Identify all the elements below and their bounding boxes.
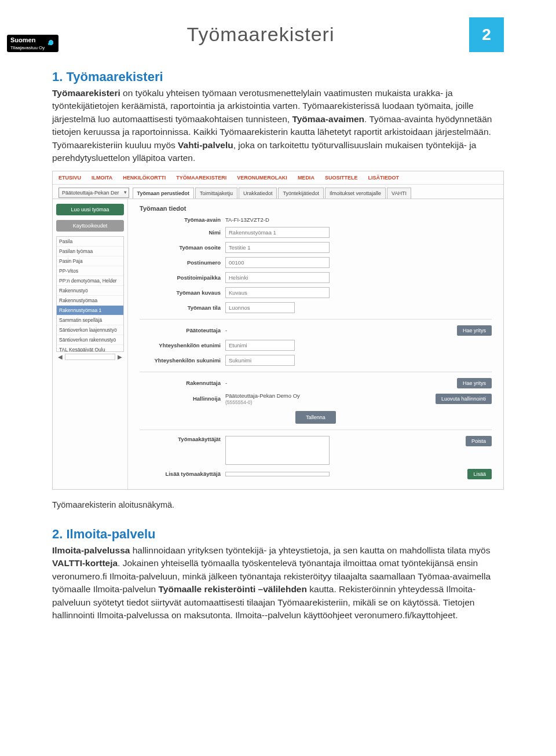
desc-label: Työmaan kuvaus (140, 289, 221, 296)
list-item[interactable]: Säntioverkon laajennustyö (57, 325, 123, 335)
postal-input[interactable]: 00100 (225, 257, 330, 268)
name-input[interactable]: Rakennustyömaa 1 (225, 227, 330, 238)
tab-item[interactable]: Urakkatiedot (239, 188, 277, 199)
list-item[interactable]: Sammatin sepelläjä (57, 315, 123, 325)
tab-item[interactable]: Työntekijätiedot (278, 188, 324, 199)
address-label: Työmaan osoite (140, 244, 221, 251)
company-dropdown[interactable]: Päätoteuttaja-Pekan Der (58, 188, 129, 198)
form-title: Työmaan tiedot (140, 205, 492, 212)
admin-ytunnus: (5555554-0) (225, 399, 252, 405)
list-item[interactable]: Rakennustyömaa (57, 296, 123, 306)
section-2-heading: 2. Ilmoita-palvelu (52, 527, 504, 542)
city-label: Postitoimipaikka (140, 274, 221, 281)
nav-item[interactable]: HENKILÖKORTTI (123, 175, 166, 181)
list-item[interactable]: Pasin Paja (57, 256, 123, 266)
nav-item[interactable]: ILMOITA (92, 175, 112, 181)
site-users-label: Työmaakäyttäjät (140, 436, 221, 442)
create-site-button[interactable]: Luo uusi työmaa (56, 204, 124, 215)
list-item[interactable]: PP:n demotyömaa, Helder (57, 276, 123, 286)
list-item[interactable]: Pasilan työmaa (57, 247, 123, 256)
name-label: Nimi (140, 229, 221, 236)
main-contractor-label: Päätoteuttaja (140, 327, 221, 333)
tab-item[interactable]: Toimittajaketju (195, 188, 237, 199)
tab-item[interactable]: Työmaan perustiedot (133, 188, 194, 199)
site-list: PasilaPasilan työmaaPasin PajaPP-VitosPP… (56, 236, 124, 352)
contact-last-label: Yhteyshenkilön sukunimi (140, 357, 221, 364)
list-item[interactable]: Pasila (57, 237, 123, 247)
nav-item[interactable]: LISÄTIEDOT (368, 175, 399, 181)
city-input[interactable]: Helsinki (225, 272, 330, 283)
list-item[interactable]: TAL Kesäpäivät Oulu (57, 345, 123, 352)
section-1-heading: 1. Työmaarekisteri (52, 69, 504, 85)
list-item[interactable]: Rakennustyömaa 1 (57, 306, 123, 315)
section-2-body: Ilmoita-palvelussa hallinnoidaan yrityks… (52, 544, 504, 622)
logo-top: Suomen (10, 36, 35, 43)
find-company-button-2[interactable]: Hae yritys (457, 378, 492, 388)
tab-bar: Päätoteuttaja-Pekan Der Työmaan perustie… (53, 185, 503, 199)
brand-logo: Suomen Tilaajavastuu Oy (7, 35, 58, 52)
admin-label: Hallinnoija (140, 395, 221, 402)
nav-item[interactable]: ETUSIVU (58, 175, 81, 181)
admin-value: Päätoteuttaja-Pekan Demo Oy (225, 392, 300, 399)
status-label: Työmaan tila (140, 304, 221, 311)
site-key-label: Työmaa-avain (140, 216, 221, 223)
list-item[interactable]: Rakennustyö (57, 286, 123, 296)
tab-item[interactable]: Ilmoitukset verottajalle (325, 188, 386, 199)
contact-last-input[interactable]: Sukunimi (225, 355, 295, 366)
add-user-input[interactable] (225, 472, 330, 476)
contact-first-label: Yhteyshenkilön etunimi (140, 342, 221, 348)
address-input[interactable]: Testitie 1 (225, 242, 330, 253)
postal-label: Postinumero (140, 259, 221, 266)
sidebar: Luo uusi työmaa Kayttooikeudet PasilaPas… (53, 199, 128, 489)
list-item[interactable]: Säntioverkon rakennustyö (57, 335, 123, 345)
save-button[interactable]: Tallenna (295, 411, 336, 424)
page-number-badge: 2 (469, 17, 504, 52)
desc-input[interactable]: Kuvaus (225, 287, 330, 298)
main-contractor-value: - (225, 327, 227, 333)
site-key-value: TA-FI-13ZVZT2-D (225, 216, 269, 223)
check-icon (47, 39, 55, 47)
form-panel: Työmaan tiedot Työmaa-avainTA-FI-13ZVZT2… (128, 199, 503, 489)
add-user-button[interactable]: Lisää (467, 469, 492, 479)
builder-value: - (225, 380, 227, 386)
remove-user-button[interactable]: Poista (466, 436, 492, 446)
contact-first-input[interactable]: Etunimi (225, 340, 295, 351)
add-user-label: Lisää työmaakäyttäjä (140, 471, 221, 477)
permissions-button[interactable]: Kayttooikeudet (56, 220, 124, 232)
nav-item[interactable]: SUOSITTELE (325, 175, 358, 181)
tab-item[interactable]: VAHTI (387, 188, 411, 199)
find-company-button-1[interactable]: Hae yritys (457, 325, 492, 336)
list-item[interactable]: PP-Vitos (57, 266, 123, 276)
section-1-body: Työmaarekisteri on työkalu yhteisen työm… (52, 87, 504, 165)
list-scroll[interactable]: ◀▶ (56, 352, 124, 362)
nav-item[interactable]: TYÖMAAREKISTERI (176, 175, 226, 181)
site-users-list[interactable] (225, 436, 330, 465)
logo-bottom: Tilaajavastuu Oy (10, 45, 45, 50)
main-nav: ETUSIVUILMOITAHENKILÖKORTTITYÖMAAREKISTE… (53, 171, 503, 185)
status-select[interactable]: Luonnos (225, 302, 295, 313)
nav-item[interactable]: MEDIA (298, 175, 314, 181)
builder-label: Rakennuttaja (140, 380, 221, 386)
page-title: Työmaarekisteri (52, 23, 469, 46)
app-screenshot: ETUSIVUILMOITAHENKILÖKORTTITYÖMAAREKISTE… (52, 171, 504, 490)
transfer-admin-button[interactable]: Luovuta hallinnointi (436, 394, 492, 404)
screenshot-caption: Työmaarekisterin aloitusnäkymä. (52, 500, 504, 509)
nav-item[interactable]: VERONUMEROLAKI (237, 175, 287, 181)
